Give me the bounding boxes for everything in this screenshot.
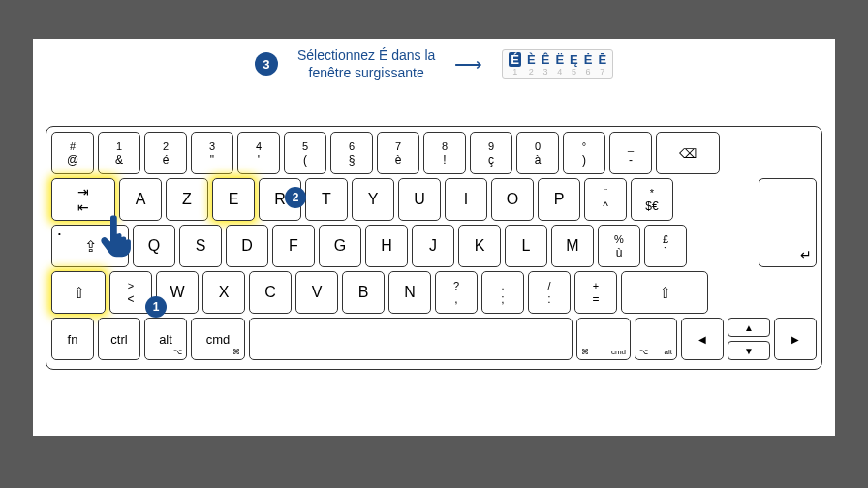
key-$€[interactable]: *$€ bbox=[631, 178, 673, 221]
key-Y[interactable]: Y bbox=[352, 178, 394, 221]
enter-key[interactable]: ↵ bbox=[759, 178, 817, 267]
arrow-up-key[interactable]: ▲ bbox=[728, 318, 770, 337]
popup-option-Ë[interactable]: Ë4 bbox=[553, 52, 566, 76]
step-2-badge: 2 bbox=[285, 187, 306, 208]
diagram-canvas: 3 Sélectionnez É dans la fenêtre surgiss… bbox=[33, 39, 835, 436]
popup-option-É[interactable]: É1 bbox=[507, 52, 523, 76]
key-:[interactable]: /: bbox=[528, 271, 571, 314]
step-3-badge: 3 bbox=[255, 52, 278, 76]
key-N[interactable]: N bbox=[388, 271, 431, 314]
key--[interactable]: _- bbox=[609, 132, 652, 174]
ctrl-key[interactable]: ctrl bbox=[98, 318, 140, 360]
cmd-right-key[interactable]: ⌘cmd bbox=[576, 318, 631, 360]
key-![interactable]: 8! bbox=[423, 132, 466, 174]
shift-right-key[interactable]: ⇧ bbox=[621, 271, 708, 314]
key-H[interactable]: H bbox=[365, 225, 408, 267]
key-F[interactable]: F bbox=[272, 225, 315, 267]
key-J[interactable]: J bbox=[412, 225, 454, 267]
step-1-badge: 1 bbox=[145, 296, 167, 318]
key-P[interactable]: P bbox=[538, 178, 580, 221]
alt-right-key[interactable]: ⌥alt bbox=[635, 318, 677, 360]
arrow-right-key[interactable]: ▶ bbox=[774, 318, 817, 360]
popup-option-Ė[interactable]: Ė6 bbox=[582, 52, 595, 76]
key-V[interactable]: V bbox=[295, 271, 338, 314]
key-"[interactable]: 3" bbox=[191, 132, 233, 174]
key-^[interactable]: ¨^ bbox=[584, 178, 627, 221]
instruction-text: Sélectionnez É dans la fenêtre surgissan… bbox=[297, 46, 435, 81]
arrow-left-key[interactable]: ◀ bbox=[681, 318, 724, 360]
popup-option-Ê[interactable]: Ê3 bbox=[540, 52, 552, 76]
key-,[interactable]: ?, bbox=[435, 271, 478, 314]
key-é[interactable]: 2é bbox=[144, 132, 187, 174]
hand-cursor-icon bbox=[93, 211, 145, 274]
key-L[interactable]: L bbox=[505, 225, 547, 267]
key-B[interactable]: B bbox=[342, 271, 385, 314]
key-E[interactable]: E bbox=[212, 178, 255, 221]
shift-left-key[interactable]: ⇧ bbox=[51, 271, 106, 314]
key-`[interactable]: £` bbox=[644, 225, 687, 267]
key-G[interactable]: G bbox=[319, 225, 361, 267]
alt-left-key[interactable]: ⌥alt bbox=[144, 318, 187, 360]
key-([interactable]: 5( bbox=[284, 132, 326, 174]
fn-key[interactable]: fn bbox=[51, 318, 94, 360]
key-K[interactable]: K bbox=[458, 225, 501, 267]
key-I[interactable]: I bbox=[445, 178, 487, 221]
arrow-icon: ⟶ bbox=[454, 52, 482, 76]
key-ù[interactable]: %ù bbox=[598, 225, 640, 267]
instruction-header: 3 Sélectionnez É dans la fenêtre surgiss… bbox=[33, 39, 835, 81]
key-è[interactable]: 7è bbox=[377, 132, 419, 174]
popup-option-Ē[interactable]: Ē7 bbox=[596, 52, 608, 76]
popup-option-Ę[interactable]: Ę5 bbox=[568, 52, 580, 76]
key-D[interactable]: D bbox=[226, 225, 268, 267]
key-Z[interactable]: Z bbox=[166, 178, 208, 221]
accent-popup: É1È2Ê3Ë4Ę5Ė6Ē7 bbox=[502, 49, 613, 79]
key-&[interactable]: 1& bbox=[98, 132, 140, 174]
key-à[interactable]: 0à bbox=[516, 132, 559, 174]
key-=[interactable]: += bbox=[574, 271, 617, 314]
keyboard: #@1&2é3"4'5(6§7è8!9ç0à°)_-⌫ ⇥⇤AZERTYUIOP… bbox=[46, 126, 822, 370]
cmd-left-key[interactable]: ⌘cmd bbox=[191, 318, 245, 360]
key-T[interactable]: T bbox=[305, 178, 348, 221]
key-§[interactable]: 6§ bbox=[330, 132, 373, 174]
key-;[interactable]: .; bbox=[481, 271, 524, 314]
popup-option-È[interactable]: È2 bbox=[525, 52, 538, 76]
key-U[interactable]: U bbox=[398, 178, 441, 221]
backspace-key[interactable]: ⌫ bbox=[656, 132, 720, 174]
key-X[interactable]: X bbox=[202, 271, 245, 314]
key-'[interactable]: 4' bbox=[237, 132, 280, 174]
arrow-down-key[interactable]: ▼ bbox=[728, 341, 770, 360]
key-ç[interactable]: 9ç bbox=[470, 132, 512, 174]
key-S[interactable]: S bbox=[179, 225, 222, 267]
key-O[interactable]: O bbox=[491, 178, 534, 221]
key-M[interactable]: M bbox=[551, 225, 594, 267]
key-C[interactable]: C bbox=[249, 271, 292, 314]
key-@[interactable]: #@ bbox=[51, 132, 94, 174]
key-)[interactable]: °) bbox=[563, 132, 605, 174]
spacebar-key[interactable] bbox=[249, 318, 573, 360]
